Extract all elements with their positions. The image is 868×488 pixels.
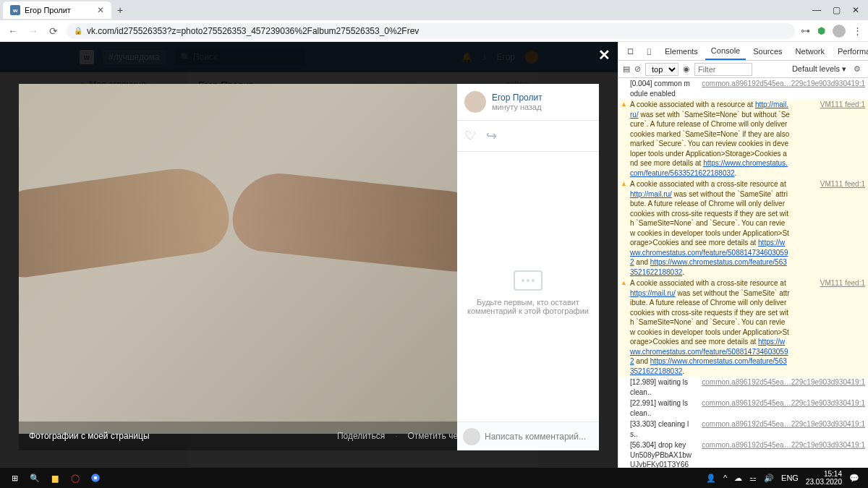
share-link[interactable]: Поделиться xyxy=(337,431,385,441)
photo-side-panel: Егор Пролит минуту назад ♡ ↪ Будьте перв… xyxy=(457,84,599,434)
console-line: [0.004] common module enabledcommon.a896… xyxy=(618,78,868,99)
new-tab-button[interactable]: + xyxy=(111,1,129,19)
tray-sound-icon[interactable]: 🔊 xyxy=(764,474,774,483)
console-line: [22.991] waiting ls clean..common.a89619… xyxy=(618,398,868,419)
page-viewport: w #лучшедома 🔍 Поиск 🔔 ♪ Егор ⌂ Моя стра… xyxy=(0,42,618,468)
console-source-link[interactable]: common.a896192d545ea…229c19e903d930419:1 xyxy=(696,79,865,98)
console-source-link[interactable]: common.a896192d545ea…229c19e903d930419:1 xyxy=(696,440,865,468)
console-line: A cookie associated with a resource at h… xyxy=(618,99,868,179)
console-output[interactable]: [0.004] common module enabledcommon.a896… xyxy=(618,78,868,468)
url-text: vk.com/id275526353?z=photo275526353_4572… xyxy=(87,26,419,36)
tab-close-icon[interactable]: ✕ xyxy=(97,5,104,15)
tray-cloud-icon[interactable]: ☁ xyxy=(734,474,742,483)
photo-author-row: Егор Пролит минуту назад xyxy=(457,84,599,121)
live-expression-icon[interactable]: ◉ xyxy=(683,64,690,74)
devtools-tab-bar: ◻ ⌷ Elements Console Sources Network Per… xyxy=(618,42,868,61)
tab-network[interactable]: Network xyxy=(790,42,830,60)
console-line: [33.303] cleaning ls..common.a896192d545… xyxy=(618,419,868,440)
menu-icon[interactable]: ⋮ xyxy=(853,25,862,36)
tab-elements[interactable]: Elements xyxy=(659,42,704,60)
inspect-icon[interactable]: ◻ xyxy=(621,42,639,60)
back-button[interactable]: ← xyxy=(6,25,20,37)
devtools-panel: ◻ ⌷ Elements Console Sources Network Per… xyxy=(618,42,868,468)
tray-up-icon[interactable]: ^ xyxy=(723,474,727,482)
reload-button[interactable]: ⟳ xyxy=(46,25,61,37)
tray-wifi-icon[interactable]: ⚍ xyxy=(749,474,757,483)
comment-input[interactable]: Написать комментарий... xyxy=(485,432,593,442)
window-minimize-icon[interactable]: — xyxy=(812,5,821,15)
author-avatar[interactable] xyxy=(464,91,486,113)
notifications-icon[interactable]: 💬 xyxy=(849,474,859,483)
console-line: A cookie associated with a cross-site re… xyxy=(618,278,868,377)
console-clear-icon[interactable]: ⊘ xyxy=(634,64,641,74)
taskbar-clock[interactable]: 15:14 23.03.2020 xyxy=(806,470,842,486)
key-icon[interactable]: ⊶ xyxy=(801,25,810,36)
tray-lang[interactable]: ENG xyxy=(781,474,799,482)
console-line: [56.304] drop key Un508yPBbAX1bwUJvbFKy0… xyxy=(618,440,868,468)
console-source-link[interactable]: common.a896192d545ea…229c19e903d930419:1 xyxy=(696,377,865,397)
log-levels-dropdown[interactable]: Default levels ▾ xyxy=(792,64,846,74)
console-source-link[interactable]: VM111 feed:1 xyxy=(794,179,865,277)
filter-input[interactable] xyxy=(694,63,752,76)
photo-image[interactable] xyxy=(19,84,457,434)
close-icon[interactable]: ✕ xyxy=(598,46,610,64)
browser-tab-strip: w Егор Пролит ✕ + — ▢ ✕ xyxy=(0,0,868,20)
forward-button[interactable]: → xyxy=(26,25,41,37)
device-toggle-icon[interactable]: ⌷ xyxy=(641,42,658,60)
console-line: [12.989] waiting ls clean..common.a89619… xyxy=(618,377,868,398)
tray-people-icon[interactable]: 👤 xyxy=(706,474,716,483)
console-toolbar: ▤ ⊘ top ◉ Default levels ▾ ⚙ xyxy=(618,61,868,78)
tab-console[interactable]: Console xyxy=(705,42,746,60)
vk-favicon: w xyxy=(10,5,20,15)
url-field[interactable]: 🔒 vk.com/id275526353?z=photo275526353_45… xyxy=(67,23,795,39)
windows-taskbar: ⊞ 🔍 ▆ ◯ 👤 ^ ☁ ⚍ 🔊 ENG 15:14 23.03.2020 💬 xyxy=(0,468,868,488)
author-name-link[interactable]: Егор Пролит xyxy=(492,93,542,103)
window-close-icon[interactable]: ✕ xyxy=(852,5,859,15)
comment-avatar xyxy=(463,428,480,445)
console-source-link[interactable]: common.a896192d545ea…229c19e903d930419:1 xyxy=(696,419,865,439)
lock-icon: 🔒 xyxy=(74,27,82,35)
browser-tab[interactable]: w Егор Пролит ✕ xyxy=(3,1,111,19)
yandex-browser-icon[interactable]: ◯ xyxy=(65,468,85,488)
svg-point-1 xyxy=(94,476,98,480)
heart-icon[interactable]: ♡ xyxy=(464,128,476,144)
console-source-link[interactable]: VM111 feed:1 xyxy=(794,278,865,376)
photo-lightbox: Егор Пролит минуту назад ♡ ↪ Будьте перв… xyxy=(19,84,599,434)
context-select[interactable]: top xyxy=(645,63,678,76)
profile-avatar-icon[interactable] xyxy=(833,25,846,38)
comment-input-row: Написать комментарий... xyxy=(457,421,599,450)
settings-gear-icon[interactable]: ⚙ xyxy=(851,64,864,74)
empty-comments-placeholder: Будьте первым, кто оставит комментарий к… xyxy=(457,152,599,434)
share-arrow-icon[interactable]: ↪ xyxy=(486,128,497,144)
chrome-icon[interactable] xyxy=(85,468,106,488)
console-source-link[interactable]: common.a896192d545ea…229c19e903d930419:1 xyxy=(696,398,865,418)
extension-shield-icon[interactable]: ⬢ xyxy=(817,25,825,36)
album-title[interactable]: Фотографии с моей страницы xyxy=(29,431,150,441)
window-maximize-icon[interactable]: ▢ xyxy=(833,5,841,15)
console-line: A cookie associated with a cross-site re… xyxy=(618,179,868,278)
search-icon[interactable]: 🔍 xyxy=(25,468,45,488)
tab-performance[interactable]: Performance xyxy=(832,42,868,60)
console-source-link[interactable]: VM111 feed:1 xyxy=(794,100,865,178)
photo-time: минуту назад xyxy=(492,103,542,111)
file-explorer-icon[interactable]: ▆ xyxy=(45,468,65,488)
comment-bubble-icon xyxy=(514,270,542,291)
address-bar: ← → ⟳ 🔒 vk.com/id275526353?z=photo275526… xyxy=(0,20,868,42)
photo-overlay: ✕ Егор Пролит минуту назад ♡ xyxy=(0,42,618,468)
start-button[interactable]: ⊞ xyxy=(4,468,25,488)
console-sidebar-toggle-icon[interactable]: ▤ xyxy=(623,64,630,74)
tab-sources[interactable]: Sources xyxy=(747,42,788,60)
tab-title: Егор Пролит xyxy=(25,6,71,14)
